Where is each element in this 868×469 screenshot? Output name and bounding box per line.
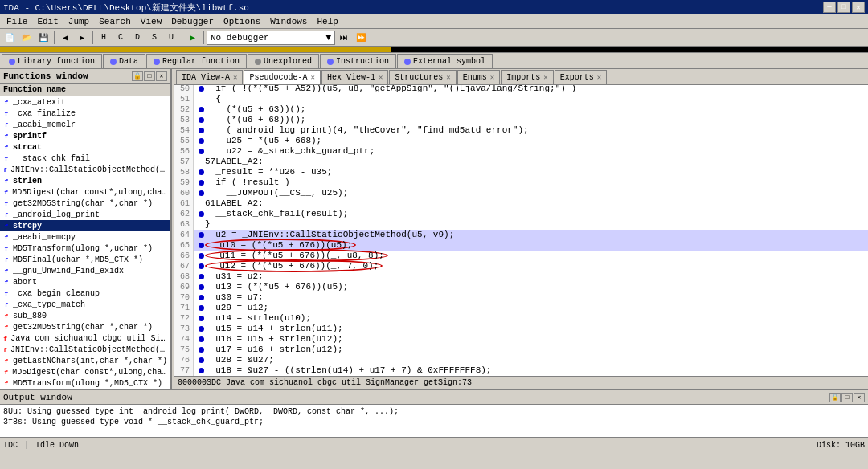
code-line[interactable]: 71 u29 = u12;: [174, 303, 868, 313]
code-line[interactable]: 72 u14 = strlen(u10);: [174, 313, 868, 324]
toolbar-dbg2[interactable]: ⏩: [353, 31, 369, 45]
func-item[interactable]: f__gnu_Unwind_Find_exidx: [0, 265, 170, 276]
menu-windows[interactable]: Windows: [265, 16, 312, 27]
tab-close-pseudo[interactable]: ✕: [310, 73, 314, 82]
toolbar-str[interactable]: S: [146, 31, 162, 45]
func-item[interactable]: f_cxa_atexit: [0, 96, 170, 108]
code-line[interactable]: 59 if ( !result ): [174, 177, 868, 188]
menu-edit[interactable]: Edit: [32, 16, 63, 27]
code-line[interactable]: 63}: [174, 219, 868, 230]
code-line[interactable]: 70 u30 = u7;: [174, 292, 868, 303]
toolbar-save[interactable]: 💾: [35, 31, 51, 45]
tab-close-imports[interactable]: ✕: [543, 73, 547, 82]
code-line[interactable]: 73 u15 = u14 + strlen(u11);: [174, 324, 868, 334]
code-line[interactable]: 74 u16 = u15 + strlen(u12);: [174, 334, 868, 345]
toolbar-open[interactable]: 📂: [18, 31, 35, 45]
code-tab-ida-view[interactable]: IDA View-A ✕: [176, 70, 243, 84]
code-tab-exports[interactable]: Exports ✕: [555, 70, 607, 84]
tab-close-exports[interactable]: ✕: [597, 73, 601, 82]
toolbar-back[interactable]: ◀: [57, 31, 73, 45]
tab-close-struct[interactable]: ✕: [446, 73, 450, 82]
func-item[interactable]: fgetLastNChars(int,char *,char *): [0, 355, 170, 366]
panel-lock-btn[interactable]: 🔒: [132, 71, 143, 81]
func-item[interactable]: f_cxa_finalize: [0, 108, 170, 119]
func-item[interactable]: fMD5Transform(ulong *,MD5_CTX *): [0, 377, 170, 389]
output-float-btn[interactable]: □: [841, 393, 853, 402]
minimize-button[interactable]: ─: [823, 2, 836, 13]
code-tab-pseudocode[interactable]: Pseudocode-A ✕: [244, 70, 320, 84]
func-item[interactable]: f_aeabi_memclr: [0, 119, 170, 130]
menu-help[interactable]: Help: [312, 16, 342, 27]
menu-jump[interactable]: Jump: [63, 16, 94, 27]
tab-close-hex[interactable]: ✕: [379, 73, 383, 82]
toolbar-hex[interactable]: H: [96, 31, 112, 45]
toolbar-code[interactable]: C: [113, 31, 129, 45]
code-line[interactable]: 53 (*(u6 + 68))();: [174, 115, 868, 125]
code-line[interactable]: 77 u18 = &u27 - ((strlen(u14) + u17 + 7)…: [174, 365, 868, 376]
close-button[interactable]: ✕: [852, 2, 865, 13]
code-line[interactable]: 6161LABEL_A2:: [174, 198, 868, 209]
code-line[interactable]: 52 (*(u5 + 63))();: [174, 104, 868, 115]
toolbar-un[interactable]: U: [163, 31, 179, 45]
code-line[interactable]: 54 (_android_log_print)(4, "theCover", "…: [174, 125, 868, 136]
func-item[interactable]: fMD5Transform(ulong *,uchar *): [0, 243, 170, 254]
code-line[interactable]: 67 u12 = (*(*u5 + 676))(_, 7, 0);: [174, 261, 868, 271]
output-close-btn[interactable]: ✕: [854, 393, 865, 402]
func-item[interactable]: f_aeabi_memcpy: [0, 231, 170, 243]
func-item[interactable]: fMD5Digest(char const*,ulong,char *): [0, 366, 170, 377]
menu-view[interactable]: View: [136, 16, 166, 27]
code-line[interactable]: 56 u22 = &_stack_chk_guard_ptr;: [174, 146, 868, 157]
tab-data[interactable]: Data: [103, 54, 145, 68]
func-item[interactable]: fget32MD5String(char *,char *): [0, 198, 170, 209]
menu-options[interactable]: Options: [219, 16, 265, 27]
toolbar-run[interactable]: ▶: [185, 31, 201, 45]
func-item[interactable]: fJNIEnv::CallStaticObjectMethod(_jclass …: [0, 164, 170, 175]
code-line[interactable]: 50 if ( !(*(*u5 + A52))(u5, u8, "getAppS…: [174, 85, 868, 94]
code-line[interactable]: 51 {: [174, 94, 868, 104]
func-item[interactable]: fget32MD5String(char *,char *): [0, 321, 170, 332]
functions-list[interactable]: f_cxa_atexitf_cxa_finalizef_aeabi_memclr…: [0, 96, 170, 389]
panel-float-btn[interactable]: □: [144, 71, 155, 81]
code-line[interactable]: 60 __JUMPOUT(__CS__, u25);: [174, 188, 868, 198]
code-line[interactable]: 76 u28 = &u27;: [174, 355, 868, 365]
tab-library-function[interactable]: Library function: [2, 54, 102, 68]
panel-close-btn[interactable]: ✕: [156, 71, 167, 81]
code-line[interactable]: 62 __stack_chk_fail(result);: [174, 209, 868, 219]
code-line[interactable]: 75 u17 = u16 + strlen(u12);: [174, 345, 868, 355]
menu-file[interactable]: File: [2, 16, 32, 27]
code-line[interactable]: 69 u13 = (*(*u5 + 676))(u5);: [174, 282, 868, 292]
toolbar-data[interactable]: D: [129, 31, 145, 45]
tab-regular-function[interactable]: Regular function: [146, 54, 247, 68]
code-line[interactable]: 5757LABEL_A2:: [174, 157, 868, 167]
code-tab-enums[interactable]: Enums ✕: [457, 70, 500, 84]
tab-external-symbol[interactable]: External symbol: [397, 54, 493, 68]
func-item[interactable]: fstrlen: [0, 175, 170, 186]
code-tab-imports[interactable]: Imports ✕: [501, 70, 553, 84]
maximize-button[interactable]: □: [837, 2, 850, 13]
output-lock-btn[interactable]: 🔒: [829, 393, 841, 402]
toolbar-forward[interactable]: ▶: [74, 31, 90, 45]
func-item[interactable]: fJNIEnv::CallStaticObjectMethod(_jclass …: [0, 344, 170, 355]
func-item[interactable]: fMD5Digest(char const*,ulong,char *): [0, 186, 170, 198]
code-tab-structures[interactable]: Structures ✕: [389, 70, 456, 84]
func-item[interactable]: fabort: [0, 276, 170, 288]
code-tab-hex[interactable]: Hex View-1 ✕: [321, 70, 388, 84]
output-content[interactable]: 8Uu: Using guessed type int _android_log…: [0, 405, 868, 437]
func-item[interactable]: fJava_com_sichuanol_cbgc_util_SignManage…: [0, 332, 170, 344]
func-item[interactable]: fstrcpy: [0, 220, 170, 231]
tab-close-enums[interactable]: ✕: [490, 73, 494, 82]
func-item[interactable]: fsub_880: [0, 310, 170, 321]
func-item[interactable]: fstrcat: [0, 141, 170, 153]
toolbar-dbg1[interactable]: ⏭: [336, 31, 352, 45]
code-line[interactable]: 58 _result = **u26 - u35;: [174, 167, 868, 177]
tab-close-ida[interactable]: ✕: [233, 73, 237, 82]
tab-instruction[interactable]: Instruction: [320, 54, 396, 68]
func-item[interactable]: f_cxa_begin_cleanup: [0, 288, 170, 299]
toolbar-new[interactable]: 📄: [2, 31, 18, 45]
code-content[interactable]: 34 int u95; // [sp+5Ah] [bp-24h]@l35 u5 …: [174, 85, 868, 376]
code-line[interactable]: 68 u31 = u2;: [174, 271, 868, 282]
tab-unexplored[interactable]: Unexplored: [248, 54, 319, 68]
menu-search[interactable]: Search: [94, 16, 136, 27]
func-item[interactable]: f_android_log_print: [0, 209, 170, 220]
func-item[interactable]: fsprintf: [0, 130, 170, 141]
